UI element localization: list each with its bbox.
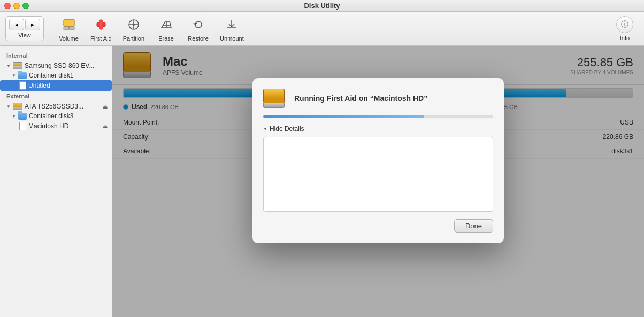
- modal-overlay: Running First Aid on “Macintosh HD” ▼ Hi…: [112, 46, 644, 317]
- modal-footer: Done: [263, 219, 493, 233]
- info-button[interactable]: ⓘ: [616, 16, 633, 33]
- sidebar-item-container-disk3[interactable]: ▼ Container disk3: [0, 111, 112, 121]
- restore-button[interactable]: Restore: [183, 14, 213, 44]
- external-section-header: External: [0, 91, 112, 102]
- partition-label: Partition: [123, 35, 144, 42]
- disk-icon: [13, 62, 22, 69]
- sidebar-item-container-disk1[interactable]: ▼ Container disk1: [0, 71, 112, 80]
- unmount-icon: [223, 16, 240, 33]
- svg-rect-5: [99, 20, 103, 29]
- svg-point-2: [68, 27, 70, 28]
- close-button[interactable]: [4, 3, 11, 9]
- eject-icon[interactable]: ⏏: [103, 104, 108, 110]
- volume-icon: [60, 16, 78, 33]
- erase-icon: [158, 16, 175, 33]
- disk-icon: [13, 103, 22, 110]
- first-aid-modal: Running First Aid on “Macintosh HD” ▼ Hi…: [252, 78, 504, 243]
- eject-icon2[interactable]: ⏏: [103, 123, 108, 129]
- info-icon: ⓘ: [621, 20, 628, 29]
- doc-icon: [19, 81, 26, 90]
- untitled-label: Untitled: [28, 82, 50, 89]
- first-aid-icon: [93, 16, 110, 33]
- view-next-button[interactable]: ▸: [25, 19, 40, 30]
- info-label: Info: [620, 35, 630, 41]
- container-disk1-label: Container disk1: [29, 72, 73, 79]
- toolbar: ◂ ▸ View Volume First Aid: [0, 12, 644, 46]
- volume-button[interactable]: Volume: [54, 14, 83, 44]
- minimize-button[interactable]: [13, 3, 20, 9]
- modal-progress-fill: [263, 115, 424, 118]
- hide-details-label: Hide Details: [270, 125, 304, 133]
- content-area: Mac APFS Volume 255.85 GB SHARED BY 4 VO…: [112, 46, 644, 317]
- volume-label: Volume: [59, 35, 79, 42]
- expand-triangle: ▼: [6, 104, 11, 109]
- internal-section-header: Internal: [0, 50, 112, 61]
- sidebar-item-samsung-ssd[interactable]: ▼ Samsung SSD 860 EV...: [0, 61, 112, 71]
- view-label: View: [18, 32, 31, 38]
- erase-button[interactable]: Erase: [151, 14, 181, 44]
- expand-triangle: ▼: [12, 73, 16, 78]
- ata-ts256-label: ATA TS256GSSD3...: [25, 103, 83, 110]
- unmount-button[interactable]: Unmount: [216, 14, 248, 44]
- toolbar-divider-1: [49, 17, 49, 41]
- expand-triangle: ▼: [12, 114, 16, 119]
- modal-log: [263, 137, 493, 212]
- folder-icon: [18, 113, 27, 120]
- partition-icon: [125, 16, 142, 33]
- hide-details-row[interactable]: ▼ Hide Details: [263, 125, 493, 133]
- erase-label: Erase: [158, 35, 174, 42]
- modal-progress-bar: [263, 115, 493, 118]
- macintosh-hd-label: Macintosh HD: [28, 122, 68, 130]
- expand-triangle: ▼: [6, 64, 11, 68]
- restore-icon: [190, 16, 207, 33]
- done-button[interactable]: Done: [454, 219, 493, 233]
- folder-icon: [18, 72, 27, 79]
- traffic-lights: [4, 3, 29, 9]
- sidebar-item-macintosh-hd[interactable]: Macintosh HD ⏏: [0, 121, 112, 132]
- samsung-ssd-label: Samsung SSD 860 EV...: [25, 62, 94, 69]
- sidebar-item-untitled[interactable]: Untitled: [0, 80, 112, 91]
- svg-point-7: [133, 24, 135, 26]
- first-aid-button[interactable]: First Aid: [86, 14, 116, 44]
- window-title: Disk Utility: [304, 2, 340, 10]
- titlebar: Disk Utility: [0, 0, 644, 12]
- view-prev-button[interactable]: ◂: [9, 19, 24, 30]
- partition-button[interactable]: Partition: [119, 14, 149, 44]
- sidebar-item-ata-ts256[interactable]: ▼ ATA TS256GSSD3... ⏏: [0, 102, 112, 111]
- container-disk3-label: Container disk3: [29, 112, 73, 120]
- restore-label: Restore: [188, 35, 209, 42]
- modal-disk-icon: [263, 89, 287, 108]
- main-layout: Internal ▼ Samsung SSD 860 EV... ▼ Conta…: [0, 46, 644, 317]
- modal-header: Running First Aid on “Macintosh HD”: [263, 89, 493, 108]
- first-aid-label: First Aid: [90, 35, 112, 42]
- unmount-label: Unmount: [220, 35, 244, 42]
- doc-icon: [19, 122, 26, 130]
- hide-details-triangle: ▼: [263, 127, 267, 132]
- svg-rect-0: [64, 19, 74, 27]
- maximize-button[interactable]: [22, 3, 29, 9]
- sidebar: Internal ▼ Samsung SSD 860 EV... ▼ Conta…: [0, 46, 112, 317]
- modal-title: Running First Aid on “Macintosh HD”: [294, 94, 427, 103]
